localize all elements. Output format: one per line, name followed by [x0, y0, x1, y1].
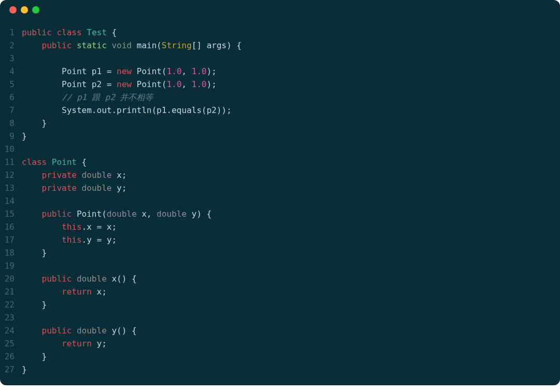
code-content[interactable]: public class Test {	[22, 26, 117, 39]
code-content[interactable]: Point p1 = new Point(1.0, 1.0);	[22, 65, 217, 78]
code-content[interactable]: Point p2 = new Point(1.0, 1.0);	[22, 78, 217, 91]
code-line[interactable]: 10	[0, 143, 560, 156]
code-line[interactable]: 2 public static void main(String[] args)…	[0, 39, 560, 52]
line-number: 1	[0, 26, 22, 39]
line-number: 11	[0, 156, 22, 169]
code-line[interactable]: 9}	[0, 130, 560, 143]
code-line[interactable]: 17 this.y = y;	[0, 233, 560, 246]
line-number: 12	[0, 169, 22, 181]
titlebar	[0, 0, 560, 20]
code-content[interactable]: class Point {	[22, 156, 87, 169]
line-number: 5	[0, 78, 22, 91]
line-number: 4	[0, 65, 22, 78]
code-content[interactable]: }	[22, 350, 47, 363]
line-number: 2	[0, 39, 22, 52]
code-content[interactable]: }	[22, 363, 27, 376]
code-line[interactable]: 20 public double x() {	[0, 272, 560, 285]
code-line[interactable]: 4 Point p1 = new Point(1.0, 1.0);	[0, 65, 560, 78]
line-number: 7	[0, 104, 22, 117]
line-number: 14	[0, 194, 22, 207]
line-number: 17	[0, 233, 22, 246]
code-content[interactable]: private double x;	[22, 169, 127, 181]
code-content[interactable]: // p1 跟 p2 并不相等	[22, 91, 153, 104]
line-number: 27	[0, 363, 22, 376]
line-number: 3	[0, 52, 22, 65]
line-number: 9	[0, 130, 22, 143]
code-line[interactable]: 23	[0, 311, 560, 324]
code-line[interactable]: 14	[0, 194, 560, 207]
code-content[interactable]: }	[22, 117, 47, 130]
line-number: 19	[0, 259, 22, 272]
close-icon[interactable]	[9, 6, 17, 13]
line-number: 23	[0, 311, 22, 324]
code-content[interactable]: return y;	[22, 337, 107, 350]
line-number: 6	[0, 91, 22, 104]
code-line[interactable]: 18 }	[0, 246, 560, 259]
line-number: 10	[0, 143, 22, 156]
line-number: 21	[0, 285, 22, 298]
code-line[interactable]: 1public class Test {	[0, 26, 560, 39]
line-number: 26	[0, 350, 22, 363]
line-number: 13	[0, 181, 22, 194]
line-number: 18	[0, 246, 22, 259]
code-window: 1public class Test {2 public static void…	[0, 0, 560, 385]
code-line[interactable]: 7 System.out.println(p1.equals(p2));	[0, 104, 560, 117]
code-content[interactable]: }	[22, 298, 47, 311]
code-line[interactable]: 12 private double x;	[0, 169, 560, 181]
code-line[interactable]: 11class Point {	[0, 156, 560, 169]
code-content[interactable]: System.out.println(p1.equals(p2));	[22, 104, 232, 117]
code-line[interactable]: 25 return y;	[0, 337, 560, 350]
line-number: 15	[0, 207, 22, 220]
code-content[interactable]: return x;	[22, 285, 107, 298]
maximize-icon[interactable]	[32, 6, 39, 13]
code-content[interactable]: public Point(double x, double y) {	[22, 207, 212, 220]
line-number: 24	[0, 324, 22, 337]
line-number: 8	[0, 117, 22, 130]
code-content[interactable]: public static void main(String[] args) {	[22, 39, 242, 52]
code-content[interactable]: public double y() {	[22, 324, 137, 337]
code-line[interactable]: 6 // p1 跟 p2 并不相等	[0, 91, 560, 104]
code-line[interactable]: 24 public double y() {	[0, 324, 560, 337]
code-line[interactable]: 21 return x;	[0, 285, 560, 298]
code-line[interactable]: 16 this.x = x;	[0, 220, 560, 233]
code-line[interactable]: 27}	[0, 363, 560, 376]
code-line[interactable]: 22 }	[0, 298, 560, 311]
code-line[interactable]: 8 }	[0, 117, 560, 130]
code-line[interactable]: 19	[0, 259, 560, 272]
code-line[interactable]: 15 public Point(double x, double y) {	[0, 207, 560, 220]
code-content[interactable]: }	[22, 246, 47, 259]
minimize-icon[interactable]	[21, 6, 28, 13]
line-number: 20	[0, 272, 22, 285]
line-number: 25	[0, 337, 22, 350]
code-editor[interactable]: 1public class Test {2 public static void…	[0, 20, 560, 376]
code-content[interactable]: }	[22, 130, 27, 143]
code-line[interactable]: 3	[0, 52, 560, 65]
line-number: 16	[0, 220, 22, 233]
code-content[interactable]: private double y;	[22, 181, 127, 194]
code-line[interactable]: 5 Point p2 = new Point(1.0, 1.0);	[0, 78, 560, 91]
code-content[interactable]: this.y = y;	[22, 233, 117, 246]
line-number: 22	[0, 298, 22, 311]
code-content[interactable]: public double x() {	[22, 272, 137, 285]
code-content[interactable]: this.x = x;	[22, 220, 117, 233]
code-line[interactable]: 13 private double y;	[0, 181, 560, 194]
code-line[interactable]: 26 }	[0, 350, 560, 363]
